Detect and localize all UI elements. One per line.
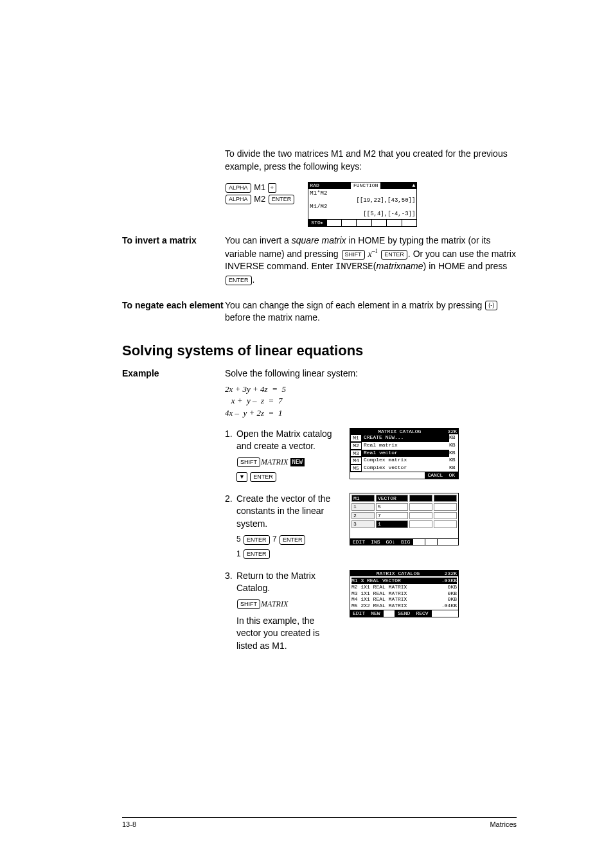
enter-key: ENTER <box>250 472 276 482</box>
shift-key: SHIFT <box>237 457 260 467</box>
calculator-screen-4: MATRIX CATALOG232K M1 3 REAL VECTOR.03KB… <box>350 570 459 617</box>
divide-key: ÷ <box>268 183 276 193</box>
key-sequence-divide: ALPHA M1 ÷ ALPHA M2 ENTER <box>225 182 295 205</box>
enter-key: ENTER <box>269 195 295 204</box>
calculator-screen-2: MATRIX CATALOG32K M1CREATE NEW...KB M2Re… <box>350 428 459 479</box>
shift-key: SHIFT <box>237 599 260 609</box>
calculator-screen-3: M1VECTOR 15 27 31 EDITINSGO↓BIG <box>350 493 459 546</box>
page-number: 13-8 <box>122 820 136 829</box>
invert-heading: To invert a matrix <box>122 235 225 287</box>
step-1: 1.Open the Matrix catalog and create a v… <box>225 428 341 483</box>
enter-key: ENTER <box>244 535 270 545</box>
invert-body: You can invert a square matrix in HOME b… <box>225 235 517 287</box>
chapter-title: Matrices <box>490 820 517 829</box>
enter-key: ENTER <box>280 535 306 545</box>
intro-paragraph: To divide the two matrices M1 and M2 tha… <box>225 148 517 173</box>
example-intro: Solve the following linear system: <box>225 368 517 380</box>
enter-key: ENTER <box>244 549 270 559</box>
calculator-screen-1: RAD FUNCTION ▲ M1*M2 [[19,22],[43,50]] M… <box>308 182 417 226</box>
negate-heading: To negate each element <box>122 299 225 324</box>
equation-system: 2x + 3y + 4z = 5 x + y – z = 7 4x – y + … <box>225 384 517 419</box>
negate-body: You can change the sign of each element … <box>225 299 517 324</box>
step-3: 3.Return to the Matrix Catalog. SHIFTMAT… <box>225 570 341 653</box>
negate-key: (-) <box>485 301 497 310</box>
step-2: 2.Create the vector of the constants in … <box>225 493 341 560</box>
shift-key: SHIFT <box>342 250 365 260</box>
enter-key: ENTER <box>226 276 252 285</box>
enter-key: ENTER <box>381 250 407 260</box>
example-label: Example <box>122 368 225 380</box>
down-arrow-key: ▼ <box>236 472 247 482</box>
section-title-solving: Solving systems of linear equations <box>122 341 517 361</box>
new-softkey: NEW <box>290 458 305 466</box>
alpha-key: ALPHA <box>226 183 251 193</box>
page-footer: 13-8 Matrices <box>122 817 517 829</box>
alpha-key: ALPHA <box>226 195 251 204</box>
